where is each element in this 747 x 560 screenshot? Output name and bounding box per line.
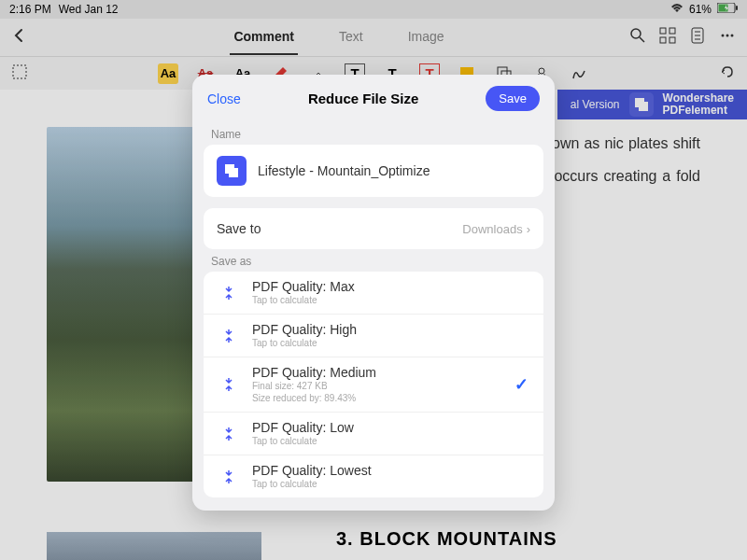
- quality-list: PDF Quality: MaxTap to calculate PDF Qua…: [204, 272, 543, 497]
- filename-text: Lifestyle - Mountain_Optimize: [258, 163, 430, 178]
- save-button[interactable]: Save: [486, 86, 540, 111]
- filename-row[interactable]: Lifestyle - Mountain_Optimize: [204, 145, 543, 197]
- saveto-value: Downloads: [462, 222, 522, 236]
- chevron-right-icon: ›: [527, 222, 530, 236]
- quality-low[interactable]: PDF Quality: LowTap to calculate: [204, 413, 543, 455]
- check-icon: ✓: [514, 374, 529, 395]
- file-icon: [217, 156, 247, 186]
- saveas-label: Save as: [192, 249, 555, 272]
- compress-icon: [217, 324, 241, 348]
- compress-icon: [217, 422, 241, 446]
- quality-medium[interactable]: PDF Quality: MediumFinal size: 427 KBSiz…: [204, 357, 543, 413]
- quality-high[interactable]: PDF Quality: HighTap to calculate: [204, 315, 543, 357]
- compress-icon: [217, 281, 241, 305]
- compress-icon: [217, 465, 241, 489]
- saveto-label: Save to: [217, 221, 261, 236]
- modal-title: Reduce File Size: [308, 91, 418, 106]
- close-button[interactable]: Close: [207, 91, 241, 106]
- reduce-file-size-modal: Close Reduce File Size Save Name Lifesty…: [192, 75, 555, 511]
- quality-lowest[interactable]: PDF Quality: LowestTap to calculate: [204, 455, 543, 497]
- quality-max[interactable]: PDF Quality: MaxTap to calculate: [204, 272, 543, 315]
- svg-rect-25: [229, 168, 238, 177]
- compress-icon: [217, 372, 241, 397]
- saveto-row[interactable]: Save to Downloads ›: [204, 208, 543, 249]
- name-label: Name: [192, 122, 555, 145]
